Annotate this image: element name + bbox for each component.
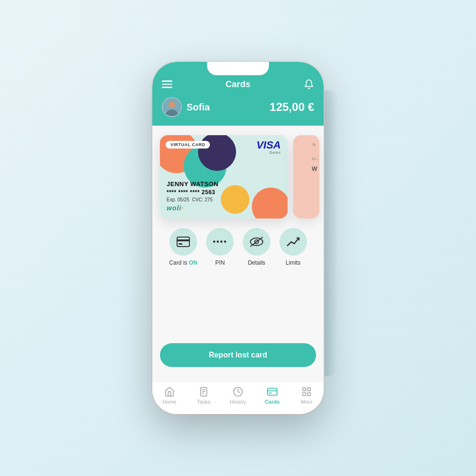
card-shape-orange-br <box>252 188 288 218</box>
balance-amount: 125,00 € <box>270 100 314 114</box>
card-shape-yellow <box>221 185 249 214</box>
card-expiry: Exp. 05/25 CVC: 275 <box>167 197 218 202</box>
nav-more-label: More <box>300 399 312 405</box>
menu-button[interactable] <box>162 80 172 88</box>
nav-item-tasks[interactable]: Tasks <box>191 387 217 405</box>
limits-icon[interactable] <box>279 228 307 256</box>
nav-history-label: History <box>230 399 246 405</box>
visa-logo: VISA <box>257 140 281 150</box>
nav-home-label: Home <box>162 399 176 405</box>
nav-item-history[interactable]: History <box>225 387 251 405</box>
cardholder-name: JENNY WATSON <box>167 180 218 188</box>
svg-rect-5 <box>178 243 182 245</box>
card-type-badge: VIRTUAL CARD <box>166 141 210 149</box>
user-balance-row: Sofia 125,00 € <box>162 97 314 117</box>
cards-nav-icon <box>267 387 278 397</box>
card-actions: Card is ON •••• PIN <box>160 228 316 266</box>
tasks-icon <box>198 387 209 397</box>
cards-carousel[interactable]: VIRTUAL CARD VISA Debit JENNY WATSON ***… <box>160 135 316 218</box>
card-type-label: Debit <box>257 150 281 155</box>
notification-icon[interactable] <box>304 79 314 89</box>
nav-cards-label: Cards <box>265 399 279 405</box>
limits-action[interactable]: Limits <box>279 228 307 266</box>
pin-label: PIN <box>215 259 225 266</box>
details-icon[interactable] <box>243 228 270 256</box>
details-label: Details <box>248 259 266 266</box>
card-toggle-icon[interactable] <box>169 228 197 256</box>
user-info: Sofia <box>162 97 210 117</box>
card-details: JENNY WATSON **** **** **** 2563 Exp. 05… <box>167 180 218 212</box>
nav-tasks-label: Tasks <box>197 399 210 405</box>
avatar <box>162 97 182 117</box>
svg-rect-19 <box>303 393 306 396</box>
more-icon <box>301 387 312 397</box>
card-issuer: woli· <box>167 204 218 212</box>
phone-wrapper: Cards <box>152 62 324 414</box>
phone-frame: Cards <box>152 62 324 414</box>
main-content: VIRTUAL CARD VISA Debit JENNY WATSON ***… <box>152 126 324 381</box>
card-number: **** **** **** 2563 <box>167 189 218 196</box>
page-title: Cards <box>226 79 251 89</box>
details-action[interactable]: Details <box>243 228 270 266</box>
card-network: VISA Debit <box>257 140 281 155</box>
secondary-card-peek[interactable]: *k Ex... W <box>293 135 319 218</box>
nav-item-home[interactable]: Home <box>157 387 183 405</box>
pin-action[interactable]: •••• PIN <box>206 228 234 266</box>
svg-rect-14 <box>268 388 277 396</box>
phone-screen: Cards <box>152 62 324 414</box>
pin-icon[interactable]: •••• <box>206 228 234 256</box>
avatar-image <box>163 98 181 116</box>
report-lost-card-button[interactable]: Report lost card <box>160 343 316 367</box>
limits-label: Limits <box>286 259 300 266</box>
user-name: Sofia <box>187 102 210 113</box>
nav-item-more[interactable]: More <box>294 387 320 405</box>
history-icon <box>233 387 243 397</box>
svg-rect-4 <box>177 239 189 241</box>
card-toggle-label: Card is ON <box>169 259 197 266</box>
svg-rect-20 <box>307 393 310 396</box>
bottom-navigation: Home Tasks <box>152 381 324 414</box>
card-toggle-action[interactable]: Card is ON <box>169 228 197 266</box>
svg-point-1 <box>169 101 175 108</box>
svg-rect-3 <box>177 237 189 247</box>
nav-item-cards[interactable]: Cards <box>259 387 286 405</box>
svg-rect-18 <box>307 388 310 391</box>
spacer <box>160 276 316 329</box>
phone-notch <box>207 62 269 75</box>
primary-card[interactable]: VIRTUAL CARD VISA Debit JENNY WATSON ***… <box>160 135 288 218</box>
card-status: ON <box>189 259 198 266</box>
home-icon <box>164 387 175 397</box>
svg-rect-17 <box>303 388 306 391</box>
